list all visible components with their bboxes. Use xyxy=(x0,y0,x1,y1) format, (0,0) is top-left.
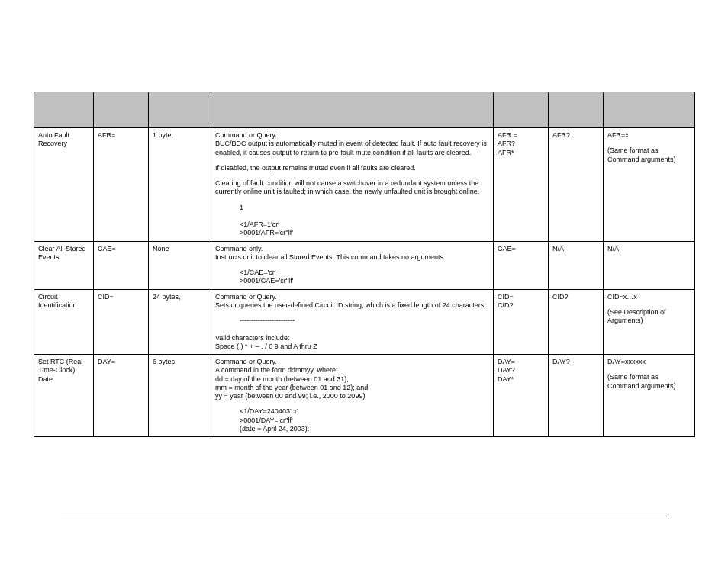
desc-line: Command or Query. xyxy=(215,358,277,365)
example-value: 1 xyxy=(215,204,489,212)
desc-line: Command or Query. xyxy=(215,293,277,301)
example-line: <1/AFR=1'cr' xyxy=(215,220,489,229)
cell-description: Command or Query. Sets or queries the us… xyxy=(211,289,494,355)
cell-response-qry: CID=x…x (See Description of Arguments) xyxy=(604,289,695,355)
resp-note: (Same format as Command arguments) xyxy=(607,373,676,389)
cell-arguments: 1 byte, xyxy=(149,128,211,242)
example-line: <1/CAE='cr' xyxy=(215,269,489,277)
table-row: Clear All Stored Events CAE= None Comman… xyxy=(34,241,695,289)
cell-description: Command or Query. A command in the form … xyxy=(211,355,494,437)
desc-line: Command only. xyxy=(215,245,263,253)
example-line: >0001/AFR='cr''lf' xyxy=(215,229,489,237)
desc-line: dd = day of the month (between 01 and 31… xyxy=(215,375,349,383)
cell-command: CAE= xyxy=(94,241,149,289)
col-response-qry xyxy=(604,92,695,128)
col-description xyxy=(211,92,494,128)
cell-description: Command only. Instructs unit to clear al… xyxy=(211,241,494,289)
table-header-row xyxy=(34,92,695,128)
resp-main: CID=x…x xyxy=(607,293,691,301)
cell-response-cmd: CAE= xyxy=(494,241,549,289)
example-line: >0001/DAY='cr''lf' xyxy=(215,417,489,425)
desc-rule: ------------------------ xyxy=(215,317,489,325)
cell-response-qry: N/A xyxy=(604,241,695,289)
desc-line: Sets or queries the user-defined Circuit… xyxy=(215,301,486,309)
cell-parameter: Circuit Identification xyxy=(34,289,94,355)
col-parameter xyxy=(34,92,94,128)
cell-parameter: Clear All Stored Events xyxy=(34,241,94,289)
cell-arguments: None xyxy=(149,241,211,289)
example-line: <1/DAY=240403'cr' xyxy=(215,407,489,416)
command-table: Auto Fault Recovery AFR= 1 byte, Command… xyxy=(34,92,695,437)
resp-main: DAY=xxxxxx xyxy=(607,358,691,366)
table-row: Auto Fault Recovery AFR= 1 byte, Command… xyxy=(34,128,695,242)
desc-line: Space ( ) * + – . / 0 9 and A thru Z xyxy=(215,343,317,350)
desc-line: Instructs unit to clear all Stored Event… xyxy=(215,253,445,261)
cell-query: DAY? xyxy=(549,355,604,437)
cell-parameter: Auto Fault Recovery xyxy=(34,128,94,242)
cell-query: CID? xyxy=(549,289,604,355)
desc-line: If disabled, the output remains muted ev… xyxy=(215,164,489,172)
cell-description: Command or Query. BUC/BDC output is auto… xyxy=(211,128,494,242)
col-response-cmd xyxy=(494,92,549,128)
col-query xyxy=(549,92,604,128)
cell-response-qry: AFR=x (Same format as Command arguments) xyxy=(604,128,695,242)
cell-query: N/A xyxy=(549,241,604,289)
desc-line: Valid characters include: xyxy=(215,334,289,342)
table-row: Set RTC (Real-Time-Clock) Date DAY= 6 by… xyxy=(34,355,695,437)
example-line: >0001/CAE='cr''lf' xyxy=(215,277,489,285)
col-command xyxy=(94,92,149,128)
cell-arguments: 6 bytes xyxy=(149,355,211,437)
cell-response-cmd: CID= CID? xyxy=(494,289,549,355)
desc-line: Command or Query. xyxy=(215,131,277,139)
footer-rule xyxy=(61,513,667,513)
cell-parameter: Set RTC (Real-Time-Clock) Date xyxy=(34,355,94,437)
desc-line: BUC/BDC output is automatically muted in… xyxy=(215,140,487,156)
col-arguments xyxy=(149,92,211,128)
desc-line: A command in the form ddmmyy, where: xyxy=(215,366,337,374)
resp-note: (Same format as Command arguments) xyxy=(607,146,676,162)
cell-response-cmd: AFR = AFR? AFR* xyxy=(494,128,549,242)
cell-arguments: 24 bytes, xyxy=(149,289,211,355)
cell-command: CID= xyxy=(94,289,149,355)
resp-main: AFR=x xyxy=(607,131,691,140)
cell-response-qry: DAY=xxxxxx (Same format as Command argum… xyxy=(604,355,695,437)
cell-response-cmd: DAY= DAY? DAY* xyxy=(494,355,549,437)
desc-line: yy = year (between 00 and 99; i.e., 2000… xyxy=(215,392,365,400)
example-line: (date = April 24, 2003): xyxy=(215,425,489,433)
desc-line: Clearing of fault condition will not cau… xyxy=(215,179,489,197)
desc-line: mm = month of the year (between 01 and 1… xyxy=(215,384,368,391)
cell-command: AFR= xyxy=(94,128,149,242)
command-table-wrapper: Auto Fault Recovery AFR= 1 byte, Command… xyxy=(34,92,694,437)
cell-command: DAY= xyxy=(94,355,149,437)
resp-note: (See Description of Arguments) xyxy=(607,308,666,324)
cell-query: AFR? xyxy=(549,128,604,242)
table-row: Circuit Identification CID= 24 bytes, Co… xyxy=(34,289,695,355)
